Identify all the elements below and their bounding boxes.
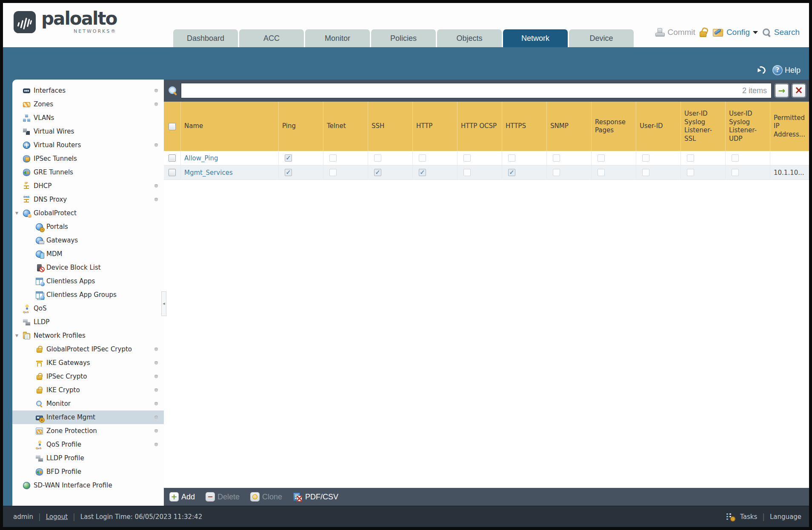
tab-policies[interactable]: Policies: [371, 29, 436, 47]
col-header-user-id[interactable]: User-ID: [636, 102, 681, 151]
col-header-name[interactable]: Name: [181, 102, 279, 151]
sidebar-item-virtual-routers[interactable]: Virtual Routers: [12, 138, 164, 152]
delete-button[interactable]: Delete: [206, 493, 240, 502]
col-header-permitted-ip[interactable]: Permitted IP Address...: [770, 102, 809, 151]
ssh-checkbox[interactable]: [374, 169, 381, 176]
sidebar-item-gp-ipsec-crypto[interactable]: GlobalProtect IPSec Crypto: [12, 342, 164, 356]
sidebar-item-globalprotect[interactable]: ▼GlobalProtect: [12, 206, 164, 220]
tab-network[interactable]: Network: [503, 29, 568, 47]
sidebar-item-qos[interactable]: QoS: [12, 302, 164, 315]
snmp-checkbox[interactable]: [553, 169, 560, 176]
row-checkbox[interactable]: [169, 154, 176, 162]
ping-checkbox[interactable]: [285, 169, 292, 176]
sidebar-item-zone-protection[interactable]: Zone Protection: [12, 424, 164, 438]
sidebar-item-mdm[interactable]: MDM: [12, 247, 164, 261]
profile-name-link[interactable]: Allow_Ping: [184, 154, 218, 162]
sidebar-item-lldp-profile[interactable]: LLDP Profile: [12, 451, 164, 465]
clear-filter-button[interactable]: ×: [792, 84, 806, 97]
telnet-checkbox[interactable]: [329, 169, 337, 176]
ssh-checkbox[interactable]: [374, 154, 381, 162]
col-header-http[interactable]: HTTP: [413, 102, 457, 151]
sidebar-item-gre-tunnels[interactable]: GRE Tunnels: [12, 165, 164, 179]
col-header-snmp[interactable]: SNMP: [547, 102, 592, 151]
http-checkbox[interactable]: [419, 154, 426, 162]
task-list-gear-icon: [726, 513, 735, 520]
row-checkbox[interactable]: [169, 169, 176, 176]
https-checkbox[interactable]: [508, 169, 515, 176]
unlocked-padlock-icon[interactable]: [700, 28, 708, 37]
http-ocsp-checkbox[interactable]: [463, 154, 471, 162]
sidebar-item-interfaces[interactable]: Interfaces: [12, 84, 164, 97]
dns-proxy-icon: [23, 196, 30, 203]
refresh-icon[interactable]: [756, 66, 766, 75]
col-header-uid-syslog-ssl[interactable]: User-ID Syslog Listener-SSL: [681, 102, 726, 151]
uid-syslog-udp-checkbox[interactable]: [732, 169, 739, 176]
sidebar-item-vlans[interactable]: VLANs: [12, 111, 164, 125]
sidebar-item-network-profiles[interactable]: ▼Network Profiles: [12, 329, 164, 342]
help-button[interactable]: Help: [772, 65, 801, 75]
uid-syslog-ssl-checkbox[interactable]: [687, 154, 694, 162]
sidebar-item-ike-crypto[interactable]: IKE Crypto: [12, 383, 164, 397]
filter-input[interactable]: [181, 83, 742, 98]
col-header-https[interactable]: HTTPS: [502, 102, 547, 151]
uid-syslog-udp-checkbox[interactable]: [732, 154, 739, 162]
clientless-app-groups-icon: [36, 291, 43, 299]
sidebar-item-virtual-wires[interactable]: Virtual Wires: [12, 125, 164, 138]
telnet-checkbox[interactable]: [329, 154, 337, 162]
sidebar-item-gateways[interactable]: Gateways: [12, 234, 164, 247]
expand-triangle-icon[interactable]: ▼: [15, 211, 18, 215]
tab-dashboard[interactable]: Dashboard: [173, 29, 238, 47]
sidebar-item-dns-proxy[interactable]: DNS Proxy: [12, 193, 164, 206]
sidebar-item-device-block-list[interactable]: Device Block List: [12, 261, 164, 274]
clone-button[interactable]: Clone: [251, 493, 282, 502]
col-header-response-pages[interactable]: Response Pages: [592, 102, 636, 151]
response-pages-checkbox[interactable]: [598, 169, 605, 176]
sidebar-item-clientless-app-groups[interactable]: Clientless App Groups: [12, 288, 164, 302]
col-header-http-ocsp[interactable]: HTTP OCSP: [457, 102, 502, 151]
uid-syslog-ssl-checkbox[interactable]: [687, 169, 694, 176]
profile-name-link[interactable]: Mgmt_Services: [184, 169, 233, 177]
config-menu-button[interactable]: Config: [712, 28, 758, 37]
col-header-ping[interactable]: Ping: [279, 102, 323, 151]
http-checkbox[interactable]: [419, 169, 426, 176]
col-header-telnet[interactable]: Telnet: [323, 102, 368, 151]
pdf-csv-button[interactable]: PDF/CSV: [293, 493, 338, 502]
sidebar-item-ipsec-crypto[interactable]: IPSec Crypto: [12, 370, 164, 383]
sidebar-item-monitor-profile[interactable]: Monitor: [12, 397, 164, 410]
tab-device[interactable]: Device: [569, 29, 634, 47]
tab-objects[interactable]: Objects: [437, 29, 502, 47]
sidebar-item-interface-mgmt[interactable]: Interface Mgmt: [12, 410, 164, 424]
apply-filter-button[interactable]: →: [775, 84, 789, 97]
tasks-link[interactable]: Tasks: [740, 513, 757, 521]
expand-triangle-icon[interactable]: ▼: [15, 333, 18, 338]
sidebar-item-lldp[interactable]: LLDP: [12, 315, 164, 329]
response-pages-checkbox[interactable]: [598, 154, 605, 162]
sidebar-collapse-handle[interactable]: ◀: [161, 291, 166, 316]
global-search-button[interactable]: Search: [762, 28, 800, 37]
https-checkbox[interactable]: [508, 154, 515, 162]
sidebar-item-bfd-profile[interactable]: BFD Profile: [12, 465, 164, 479]
select-all-checkbox[interactable]: [169, 123, 176, 130]
add-button[interactable]: Add: [170, 493, 195, 502]
user-id-checkbox[interactable]: [642, 169, 649, 176]
ping-checkbox[interactable]: [285, 154, 292, 162]
status-bar: admin | Logout | Last Login Time: 06/05/…: [3, 506, 809, 527]
user-id-checkbox[interactable]: [642, 154, 649, 162]
col-header-uid-syslog-udp[interactable]: User-ID Syslog Listener-UDP: [726, 102, 770, 151]
sidebar-item-dhcp[interactable]: DHCP: [12, 179, 164, 193]
sidebar-item-ipsec-tunnels[interactable]: IPSec Tunnels: [12, 152, 164, 165]
commit-button[interactable]: Commit: [655, 28, 695, 37]
sidebar-item-zones[interactable]: Zones: [12, 97, 164, 111]
col-header-ssh[interactable]: SSH: [368, 102, 413, 151]
sidebar-item-ike-gateways[interactable]: IKE Gateways: [12, 356, 164, 370]
snmp-checkbox[interactable]: [553, 154, 560, 162]
sidebar-item-portals[interactable]: Portals: [12, 220, 164, 234]
sidebar-item-sdwan-interface-profile[interactable]: SD-WAN Interface Profile: [12, 479, 164, 492]
tab-acc[interactable]: ACC: [239, 29, 304, 47]
language-link[interactable]: Language: [770, 513, 801, 521]
http-ocsp-checkbox[interactable]: [463, 169, 471, 176]
tab-monitor[interactable]: Monitor: [305, 29, 370, 47]
sidebar-item-clientless-apps[interactable]: Clientless Apps: [12, 274, 164, 288]
sidebar-item-qos-profile[interactable]: QoS Profile: [12, 438, 164, 451]
logout-link[interactable]: Logout: [46, 513, 68, 521]
